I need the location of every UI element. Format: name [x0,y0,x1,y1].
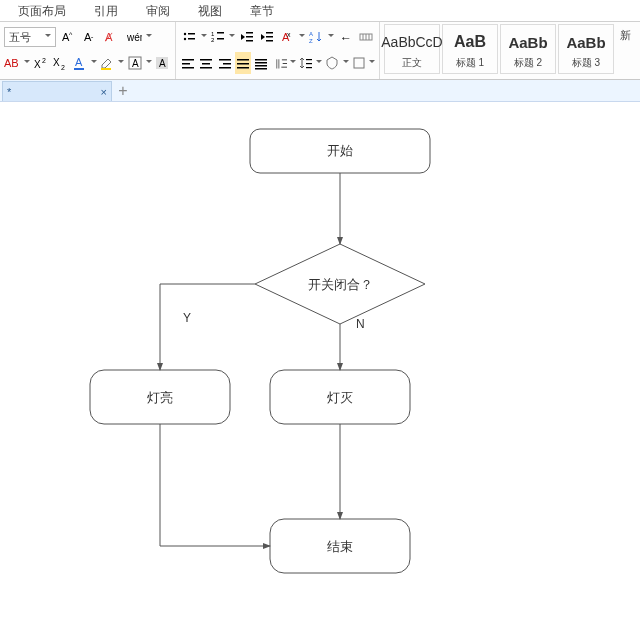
document-canvas[interactable]: 开始 开关闭合？ 灯亮 灯灭 结束 Y N [0,102,640,623]
svg-rect-39 [182,63,190,65]
borders-dropdown-icon [369,56,375,70]
shading-dropdown-icon [343,56,349,70]
font-size-dropdown-icon [45,31,51,43]
grow-font-button[interactable]: A^ [58,26,78,48]
sort-dropdown-icon [328,30,334,44]
svg-rect-51 [255,62,267,64]
svg-rect-38 [182,59,194,61]
shading-button[interactable] [324,52,340,74]
show-marks-button[interactable]: ← [336,26,355,48]
align-left-button[interactable] [180,52,196,74]
svg-rect-40 [182,67,194,69]
align-justify-button[interactable] [235,52,251,74]
svg-text:A̸: A̸ [104,31,113,43]
svg-text:A: A [282,31,290,43]
sort-button[interactable]: AZ [307,26,326,48]
char-shading-button[interactable]: A [154,52,172,74]
numbering-button[interactable]: 12 [209,26,228,48]
font-size-select[interactable]: 五号 [4,27,56,47]
align-right-button[interactable] [217,52,233,74]
svg-rect-12 [74,68,84,70]
document-tab-1[interactable]: * × [2,81,112,101]
svg-text:Z: Z [309,38,313,44]
tab-page-layout[interactable]: 页面布局 [4,0,80,22]
svg-text:1: 1 [211,31,215,37]
svg-rect-21 [188,38,195,40]
subscript-button[interactable]: X2 [52,52,70,74]
svg-rect-14 [129,57,141,69]
svg-rect-56 [306,63,312,64]
shrink-font-button[interactable]: Aˇ [80,26,100,48]
tab-view[interactable]: 视图 [184,0,236,22]
style-body-label: 正文 [402,56,422,70]
svg-rect-37 [360,34,372,40]
svg-rect-44 [219,59,231,61]
tab-references[interactable]: 引用 [80,0,132,22]
svg-rect-30 [266,36,273,38]
svg-rect-27 [246,36,253,38]
add-document-tab-button[interactable]: + [112,81,134,101]
svg-text:A: A [132,58,139,69]
svg-text:^: ^ [69,31,73,38]
flow-edge-on-end [160,424,270,546]
char-border-button[interactable]: A [126,52,144,74]
style-body-preview: AaBbCcD [381,28,442,56]
svg-rect-41 [200,59,212,61]
phonetic-guide-button[interactable]: wén [124,26,144,48]
increase-indent-button[interactable] [258,26,277,48]
tab-review[interactable]: 审阅 [132,0,184,22]
bullets-dropdown-icon [201,30,207,44]
svg-text:A: A [309,31,313,37]
align-center-button[interactable] [198,52,214,74]
flow-node-decision-label: 开关闭合？ [308,277,373,292]
style-body[interactable]: AaBbCcD 正文 [384,24,440,74]
style-heading1[interactable]: AaB 标题 1 [442,24,498,74]
superscript-button[interactable]: X2 [32,52,50,74]
style-heading2-label: 标题 2 [514,56,542,70]
svg-rect-23 [217,32,224,34]
svg-text:AB: AB [4,57,19,69]
tabs-ruler-button[interactable] [356,26,375,48]
svg-rect-19 [188,33,195,35]
svg-point-18 [184,33,186,35]
svg-rect-58 [354,58,364,68]
flow-edge-label-y: Y [183,311,191,325]
style-heading2[interactable]: AaBb 标题 2 [500,24,556,74]
document-tab-1-close-icon[interactable]: × [101,86,107,98]
svg-rect-42 [202,63,210,65]
clear-format-button[interactable]: A̸ [102,26,122,48]
text-direction-button[interactable]: ‖三 [272,52,288,74]
flow-edge-label-n: N [356,317,365,331]
svg-rect-50 [255,59,267,61]
decrease-indent-button[interactable] [237,26,256,48]
svg-rect-25 [217,38,224,40]
svg-text:x: x [287,31,291,38]
new-style-button[interactable]: 新 [616,24,631,79]
font-color-button[interactable]: A [71,52,89,74]
bullets-button[interactable] [180,26,199,48]
font-size-value: 五号 [9,30,31,45]
style-heading3[interactable]: AaBb 标题 3 [558,24,614,74]
text-direction-dropdown-icon [290,56,296,70]
borders-button[interactable] [351,52,367,74]
svg-rect-53 [255,68,267,70]
flow-node-on-label: 灯亮 [147,390,173,405]
svg-text:A: A [84,31,92,43]
numbering-dropdown-icon [229,30,235,44]
tab-chapters[interactable]: 章节 [236,0,288,22]
align-distribute-button[interactable] [253,52,269,74]
line-spacing-button[interactable] [298,52,314,74]
text-effects-button[interactable]: Ax [279,26,298,48]
flowchart: 开始 开关闭合？ 灯亮 灯灭 结束 Y N [0,102,640,623]
flow-node-end-label: 结束 [327,539,353,554]
style-heading1-preview: AaB [454,28,486,56]
style-heading3-label: 标题 3 [572,56,600,70]
svg-rect-26 [246,32,253,34]
text-effects-dropdown-icon [299,30,305,44]
flow-node-off-label: 灯灭 [327,390,353,405]
svg-text:X: X [34,59,41,70]
style-heading2-preview: AaBb [508,28,547,56]
change-case-button[interactable]: AB [4,52,22,74]
svg-text:‖三: ‖三 [275,58,287,69]
highlight-button[interactable] [99,52,117,74]
